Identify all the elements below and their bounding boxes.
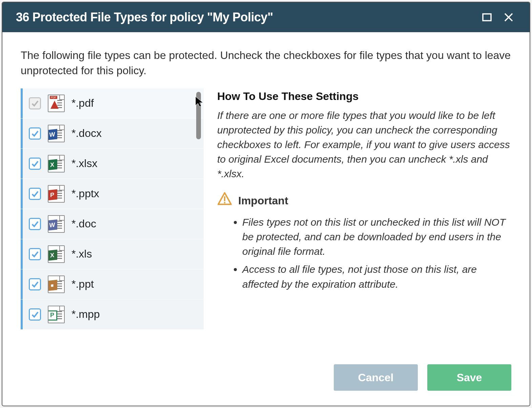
file-checkbox[interactable] [29, 308, 41, 321]
file-row[interactable]: X*.xlsx [21, 149, 204, 179]
file-checkbox[interactable] [29, 188, 41, 200]
info-panel: How To Use These Settings If there are o… [217, 88, 511, 345]
file-extension-label: *.pdf [71, 97, 94, 109]
maximize-icon [482, 12, 492, 22]
important-bullet: Files types not on this list or unchecke… [242, 215, 511, 259]
file-extension-label: *.docx [71, 127, 102, 140]
file-row[interactable]: PDF*.pdf [21, 88, 204, 118]
info-heading: How To Use These Settings [217, 88, 511, 104]
dialog-footer: Cancel Save [2, 355, 530, 406]
dialog-window: 36 Protected File Types for policy "My P… [2, 2, 530, 406]
dialog-body: The following file types can be protecte… [2, 32, 530, 355]
file-checkbox[interactable] [29, 127, 41, 140]
file-checkbox[interactable] [29, 278, 41, 290]
project-file-icon: P [47, 305, 65, 324]
file-extension-label: *.mpp [71, 308, 100, 321]
save-button[interactable]: Save [427, 364, 511, 391]
cursor-icon [195, 96, 204, 109]
dialog-title: 36 Protected File Types for policy "My P… [16, 10, 473, 24]
close-icon [504, 12, 514, 22]
pdf-file-icon: PDF [47, 94, 65, 113]
file-list-panel: PDF*.pdfW*.docxX*.xlsxP*.pptxW*.docX*.xl… [21, 88, 204, 345]
file-extension-label: *.xls [71, 248, 92, 260]
intro-text: The following file types can be protecte… [21, 48, 511, 78]
important-label: Important [238, 193, 288, 208]
important-bullet: Access to all file types, not just those… [242, 262, 511, 291]
excel-file-icon: X [47, 155, 65, 173]
close-button[interactable] [501, 10, 516, 25]
wordold-file-icon: W [47, 215, 65, 233]
word-file-icon: W [47, 124, 65, 143]
ppt-file-icon: P [47, 185, 65, 203]
scrollbar[interactable] [196, 92, 201, 327]
file-row[interactable]: P*.pptx [21, 179, 204, 209]
file-list: PDF*.pdfW*.docxX*.xlsxP*.pptxW*.docX*.xl… [21, 88, 204, 345]
info-description: If there are one or more file types that… [217, 108, 511, 181]
file-row[interactable]: W*.docx [21, 119, 204, 148]
file-checkbox[interactable] [29, 218, 41, 230]
svg-point-4 [224, 202, 226, 203]
file-checkbox [29, 97, 41, 109]
important-header: Important [217, 191, 511, 210]
file-checkbox[interactable] [29, 158, 41, 170]
titlebar: 36 Protected File Types for policy "My P… [2, 2, 530, 32]
file-row[interactable]: P*.mpp [21, 300, 204, 329]
file-extension-label: *.ppt [71, 278, 94, 290]
file-extension-label: *.pptx [71, 187, 99, 200]
cancel-button[interactable]: Cancel [334, 364, 418, 391]
svg-rect-0 [483, 14, 491, 21]
important-list: Files types not on this list or unchecke… [217, 215, 511, 291]
file-checkbox[interactable] [29, 248, 41, 260]
pptold-file-icon: ■ [47, 275, 65, 293]
content-columns: PDF*.pdfW*.docxX*.xlsxP*.pptxW*.docX*.xl… [21, 88, 511, 345]
file-row[interactable]: X*.xls [21, 239, 204, 269]
excelold-file-icon: X [47, 245, 65, 263]
file-extension-label: *.doc [71, 218, 96, 230]
file-row[interactable]: ■*.ppt [21, 269, 204, 299]
warning-icon [217, 191, 232, 210]
file-extension-label: *.xlsx [71, 157, 97, 170]
file-row[interactable]: W*.doc [21, 209, 204, 239]
maximize-button[interactable] [479, 10, 494, 25]
